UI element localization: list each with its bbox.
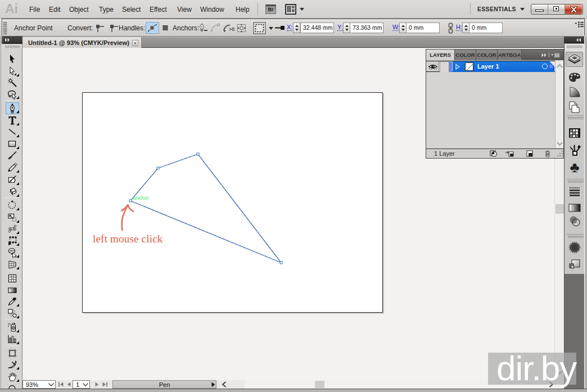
svg-text:>8: >8 [229,26,234,32]
